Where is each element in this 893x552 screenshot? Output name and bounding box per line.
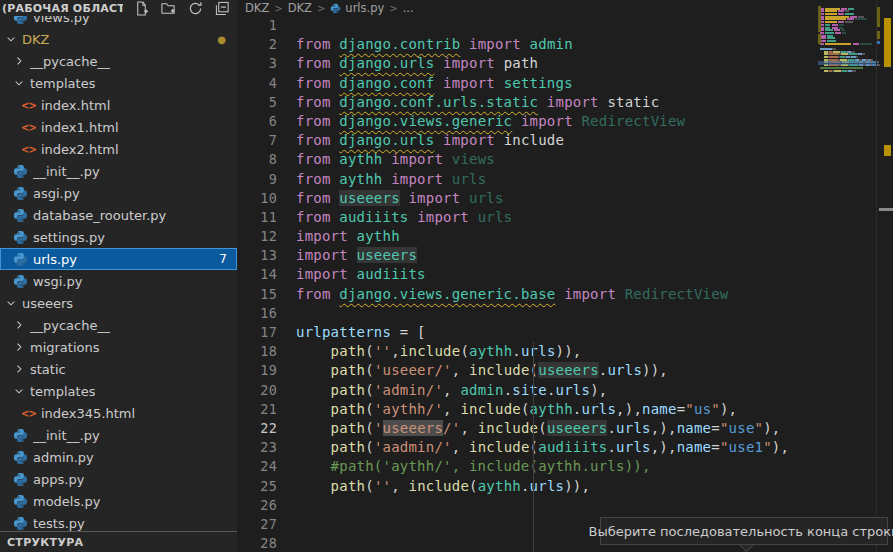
line-number[interactable]: 5	[237, 93, 277, 112]
tree-item-templates[interactable]: templates	[0, 72, 237, 94]
line-number[interactable]: 2	[237, 35, 277, 54]
minimap[interactable]	[820, 5, 878, 80]
minimap-line	[820, 78, 878, 80]
tree-item-useeers[interactable]: useeers	[0, 292, 237, 314]
tree-item-index1-html[interactable]: <>index1.html	[0, 116, 237, 138]
line-number[interactable]: 20	[237, 381, 277, 400]
line-number[interactable]: 23	[237, 438, 277, 457]
tree-item-models-py[interactable]: models.py	[0, 490, 237, 512]
breadcrumb-separator-icon: >	[274, 3, 282, 14]
code-text: import useeers	[277, 246, 417, 265]
code-line[interactable]: 6from django.views.generic import Redire…	[237, 112, 893, 131]
python-file-icon	[13, 230, 30, 245]
code-line[interactable]: 19 path('useeer/', include(useeers.urls)…	[237, 361, 893, 380]
python-file-icon	[13, 164, 30, 179]
tree-item-index2-html[interactable]: <>index2.html	[0, 138, 237, 160]
line-number[interactable]: 3	[237, 54, 277, 73]
code-line[interactable]: 18 path('',include(aythh.urls)),	[237, 342, 893, 361]
code-line[interactable]: 7from django.urls import include	[237, 131, 893, 150]
line-number[interactable]: 12	[237, 227, 277, 246]
line-number[interactable]: 26	[237, 496, 277, 515]
refresh-icon[interactable]	[186, 1, 204, 16]
code-line[interactable]: 2from django.contrib import admin	[237, 35, 893, 54]
code-area[interactable]: 12from django.contrib import admin3from …	[237, 16, 893, 552]
collapse-all-icon[interactable]	[213, 1, 231, 16]
breadcrumb-item[interactable]: urls.py	[330, 1, 384, 15]
line-number[interactable]: 8	[237, 150, 277, 169]
tree-item-label: __pycache__	[30, 318, 110, 333]
tree-item-apps-py[interactable]: apps.py	[0, 468, 237, 490]
line-number[interactable]: 16	[237, 304, 277, 323]
code-line[interactable]: 11from audiiits import urls	[237, 208, 893, 227]
code-line[interactable]: 15from django.views.generic.base import …	[237, 285, 893, 304]
tree-item-settings-py[interactable]: settings.py	[0, 226, 237, 248]
code-line[interactable]: 23 path('aadmin/', include(audiiits.urls…	[237, 438, 893, 457]
tree-item-asgi-py[interactable]: asgi.py	[0, 182, 237, 204]
line-number[interactable]: 27	[237, 515, 277, 534]
code-line[interactable]: 1	[237, 16, 893, 35]
code-line[interactable]: 12import aythh	[237, 227, 893, 246]
line-number[interactable]: 17	[237, 323, 277, 342]
line-number[interactable]: 11	[237, 208, 277, 227]
tree-item--pycache-[interactable]: __pycache__	[0, 50, 237, 72]
line-number[interactable]: 15	[237, 285, 277, 304]
code-line[interactable]: 21 path('aythh/', include(aythh.urls,),n…	[237, 400, 893, 419]
breadcrumb-item[interactable]: ...	[403, 1, 414, 15]
code-line[interactable]: 25 path('', include(aythh.urls)),	[237, 477, 893, 496]
code-line[interactable]: 13import useeers	[237, 246, 893, 265]
line-number[interactable]: 24	[237, 457, 277, 476]
tree-item-index345-html[interactable]: <>index345.html	[0, 402, 237, 424]
new-file-icon[interactable]	[132, 1, 150, 16]
code-line[interactable]: 20 path('admin/', admin.site.urls),	[237, 381, 893, 400]
code-line[interactable]: 16	[237, 304, 893, 323]
tree-item-label: __init__.py	[33, 164, 100, 179]
code-line[interactable]: 14import audiiits	[237, 265, 893, 284]
new-folder-icon[interactable]	[159, 1, 177, 16]
line-number[interactable]: 22	[237, 419, 277, 438]
line-number[interactable]: 7	[237, 131, 277, 150]
code-line[interactable]: 4from django.conf import settings	[237, 74, 893, 93]
line-number[interactable]: 1	[237, 16, 277, 35]
tree-item-templates[interactable]: templates	[0, 380, 237, 402]
tree-item-index-html[interactable]: <>index.html	[0, 94, 237, 116]
tree-item-static[interactable]: static	[0, 358, 237, 380]
breadcrumb-item[interactable]: DKZ	[245, 1, 269, 15]
line-number[interactable]: 28	[237, 534, 277, 552]
tree-item-admin-py[interactable]: admin.py	[0, 446, 237, 468]
tree-item-wsgi-py[interactable]: wsgi.py	[0, 270, 237, 292]
tree-item-dkz[interactable]: DKZ●	[0, 28, 237, 50]
tree-item--init-py[interactable]: __init__.py	[0, 160, 237, 182]
tree-item--pycache-[interactable]: __pycache__	[0, 314, 237, 336]
vscode-window: views.pyDKZ●__pycache__templates<>index.…	[0, 0, 893, 552]
code-text: from django.conf import settings	[277, 74, 573, 93]
line-number[interactable]: 9	[237, 170, 277, 189]
code-line[interactable]: 22 path('useeers/', include(useeers.urls…	[237, 419, 893, 438]
code-line[interactable]: 26	[237, 496, 893, 515]
code-line[interactable]: 17urlpatterns = [	[237, 323, 893, 342]
code-line[interactable]: 8from aythh import views	[237, 150, 893, 169]
code-line[interactable]: 3from django.urls import path	[237, 54, 893, 73]
line-number[interactable]: 21	[237, 400, 277, 419]
line-number[interactable]: 14	[237, 265, 277, 284]
python-file-icon	[13, 208, 30, 223]
outline-section-header[interactable]: СТРУКТУРА	[0, 531, 237, 552]
python-file-icon	[13, 274, 30, 289]
line-number[interactable]: 4	[237, 74, 277, 93]
code-text: from django.views.generic import Redirec…	[277, 112, 685, 131]
tree-item-database-roouter-py[interactable]: database_roouter.py	[0, 204, 237, 226]
line-number[interactable]: 10	[237, 189, 277, 208]
tree-item--init-py[interactable]: __init__.py	[0, 424, 237, 446]
tree-item-migrations[interactable]: migrations	[0, 336, 237, 358]
line-number[interactable]: 13	[237, 246, 277, 265]
code-line[interactable]: 24 #path('aythh/', include(aythh.urls)),	[237, 457, 893, 476]
line-number[interactable]: 25	[237, 477, 277, 496]
code-text: from useeers import urls	[277, 189, 504, 208]
code-line[interactable]: 9from aythh import urls	[237, 170, 893, 189]
tree-item-urls-py[interactable]: urls.py7	[0, 248, 237, 270]
line-number[interactable]: 6	[237, 112, 277, 131]
code-line[interactable]: 10from useeers import urls	[237, 189, 893, 208]
line-number[interactable]: 19	[237, 361, 277, 380]
code-line[interactable]: 5from django.conf.urls.static import sta…	[237, 93, 893, 112]
breadcrumb-item[interactable]: DKZ	[288, 1, 312, 15]
line-number[interactable]: 18	[237, 342, 277, 361]
